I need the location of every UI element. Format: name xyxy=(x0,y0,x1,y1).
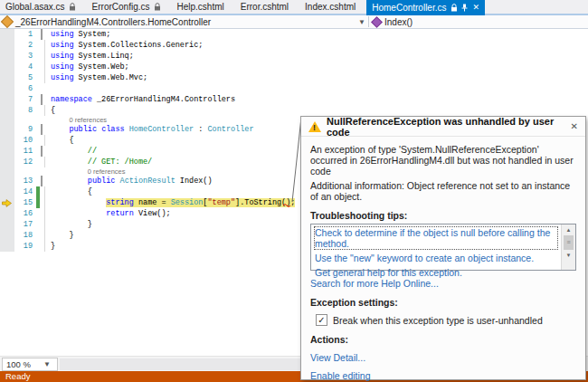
breakpoint-margin[interactable] xyxy=(0,146,14,157)
breakpoint-margin[interactable] xyxy=(0,176,14,186)
scroll-down-arrow[interactable]: ▼ xyxy=(566,250,572,261)
outline-margin xyxy=(40,208,51,219)
breakpoint-margin[interactable] xyxy=(0,51,14,62)
codelens-label[interactable]: 0 references xyxy=(88,167,126,176)
close-icon[interactable]: ✕ xyxy=(571,121,578,131)
code-text[interactable]: } xyxy=(51,230,74,241)
line-number xyxy=(14,167,36,176)
tab-label: Global.asax.cs xyxy=(5,2,65,12)
code-text[interactable]: } xyxy=(51,219,92,230)
line-number: 16 xyxy=(14,208,36,219)
outline-margin xyxy=(40,241,51,252)
code-text[interactable]: // GET: /Home/ xyxy=(51,157,152,167)
codelens-label[interactable]: 0 references xyxy=(69,116,107,124)
code-line: 4using System.Web; xyxy=(0,62,588,72)
scrollbar[interactable]: ▲ ≡ ▼ xyxy=(561,224,575,270)
collapse-box-icon[interactable] xyxy=(41,29,43,40)
type-dropdown[interactable]: _26ErrorHandlingM4.Controllers.HomeContr… xyxy=(0,17,368,27)
collapse-box-icon[interactable] xyxy=(41,146,43,157)
breakpoint-margin[interactable] xyxy=(0,83,14,94)
outline-margin xyxy=(40,124,51,135)
code-text[interactable]: using System.Web.Mvc; xyxy=(51,72,147,83)
lock-icon xyxy=(450,4,458,12)
code-line: 5using System.Web.Mvc; xyxy=(0,72,588,83)
code-text[interactable]: using System.Linq; xyxy=(51,51,134,62)
breakpoint-margin[interactable] xyxy=(0,135,14,146)
pin-icon[interactable] xyxy=(461,4,468,12)
codelens-references[interactable]: 0 references xyxy=(51,116,107,124)
breakpoint-margin[interactable] xyxy=(0,230,14,241)
line-number: 17 xyxy=(14,219,36,230)
troubleshooting-tips-label: Troubleshooting tips: xyxy=(310,210,576,221)
breakpoint-margin[interactable] xyxy=(0,219,14,230)
breakpoint-margin[interactable] xyxy=(0,94,14,105)
code-text[interactable]: } xyxy=(51,241,55,252)
close-icon[interactable]: ✕ xyxy=(473,4,480,12)
troubleshooting-tip-link[interactable]: Use the "new" keyword to create an objec… xyxy=(315,253,557,263)
line-number: 11 xyxy=(14,146,36,157)
action-link-view-detail-[interactable]: View Detail... xyxy=(310,352,576,363)
code-text[interactable]: { xyxy=(51,186,92,197)
break-checkbox[interactable]: ✓ xyxy=(316,314,327,326)
code-line: 7namespace _26ErrorHandlingM4.Controller… xyxy=(0,94,588,105)
chevron-down-icon[interactable]: ▼ xyxy=(358,18,368,26)
outline-margin xyxy=(40,94,51,105)
breakpoint-margin[interactable] xyxy=(0,105,14,116)
code-text[interactable]: { xyxy=(51,135,74,146)
breakpoint-margin[interactable] xyxy=(0,167,14,176)
code-line: 8{ xyxy=(0,105,588,116)
breakpoint-margin[interactable] xyxy=(0,186,14,197)
line-number: 18 xyxy=(14,230,36,241)
type-path: _26ErrorHandlingM4.Controllers.HomeContr… xyxy=(15,17,211,27)
zoom-level-select[interactable]: 100 % ▼ xyxy=(2,358,58,371)
collapse-box-icon[interactable] xyxy=(41,176,43,186)
search-help-online-link[interactable]: Search for more Help Online... xyxy=(310,278,439,289)
action-link-enable-editing[interactable]: Enable editing xyxy=(310,370,576,381)
code-text[interactable]: string name = Session["temp"].ToString()… xyxy=(51,197,295,208)
code-text[interactable]: return View(); xyxy=(51,208,171,219)
collapse-box-icon[interactable] xyxy=(41,94,43,105)
outline-margin xyxy=(40,116,51,124)
troubleshooting-tip-link[interactable]: Get general help for this exception. xyxy=(315,267,557,278)
collapse-box-icon[interactable] xyxy=(41,124,43,135)
breakpoint-margin[interactable] xyxy=(0,62,14,72)
outline-margin xyxy=(40,62,51,72)
tab-error-cshtml[interactable]: Error.cshtml xyxy=(235,0,294,14)
tab-homecontroller-cs[interactable]: HomeController.cs✕ xyxy=(366,0,485,15)
tab-help-cshtml[interactable]: Help.cshtml xyxy=(172,0,230,14)
actions-label: Actions: xyxy=(310,334,576,345)
lock-icon xyxy=(154,3,161,11)
code-text[interactable]: namespace _26ErrorHandlingM4.Controllers xyxy=(51,94,235,105)
break-checkbox-label: Break when this exception type is user-u… xyxy=(333,315,543,326)
breakpoint-margin[interactable] xyxy=(0,241,14,252)
code-text[interactable]: // xyxy=(51,146,97,157)
troubleshooting-tip-link[interactable]: Check to determine if the object is null… xyxy=(315,227,557,249)
codelens-references[interactable]: 0 references xyxy=(51,167,126,176)
tab-index-cshtml[interactable]: Index.cshtml xyxy=(299,0,361,14)
breakpoint-margin[interactable] xyxy=(0,197,14,208)
member-dropdown[interactable]: Index() xyxy=(369,17,588,27)
breakpoint-margin[interactable] xyxy=(0,72,14,83)
breakpoint-margin[interactable] xyxy=(0,157,14,167)
breakpoint-margin[interactable] xyxy=(0,116,14,124)
actions-list: View Detail...Enable editingCopy excepti… xyxy=(310,352,576,382)
breakpoint-margin[interactable] xyxy=(0,29,14,40)
navigation-bar: _26ErrorHandlingM4.Controllers.HomeContr… xyxy=(0,15,588,29)
outline-margin xyxy=(40,157,51,167)
method-icon xyxy=(371,16,383,28)
scrollbar-thumb[interactable]: ≡ xyxy=(564,235,574,250)
code-text[interactable]: using System; xyxy=(51,29,110,40)
outline-margin xyxy=(40,105,51,116)
tab-global-asax-cs[interactable]: Global.asax.cs xyxy=(0,0,81,14)
tab-bar: Global.asax.csErrorConfig.csHelp.cshtmlE… xyxy=(0,0,588,15)
code-text[interactable]: public ActionResult Index() xyxy=(51,176,213,186)
breakpoint-margin[interactable] xyxy=(0,40,14,51)
scroll-up-arrow[interactable]: ▲ xyxy=(566,224,572,235)
code-text[interactable]: using System.Collections.Generic; xyxy=(51,40,203,51)
code-text[interactable]: { xyxy=(51,105,55,116)
code-text[interactable]: using System.Web; xyxy=(51,62,129,72)
code-text[interactable]: public class HomeController : Controller xyxy=(51,124,254,135)
breakpoint-margin[interactable] xyxy=(0,208,14,219)
breakpoint-margin[interactable] xyxy=(0,124,14,135)
tab-errorconfig-cs[interactable]: ErrorConfig.cs xyxy=(87,0,166,14)
